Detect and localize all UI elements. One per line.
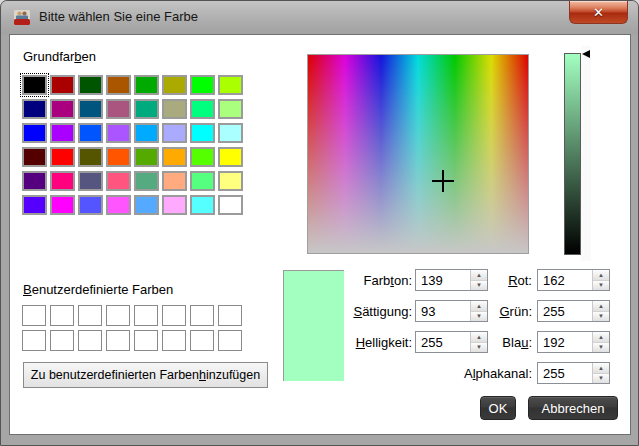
basic-color-swatch[interactable] xyxy=(134,171,159,191)
basic-color-swatch[interactable] xyxy=(190,99,215,119)
spin-down-icon[interactable]: ▼ xyxy=(593,343,609,353)
app-icon xyxy=(14,9,30,25)
ok-button[interactable]: OK xyxy=(480,396,516,420)
basic-color-swatch[interactable] xyxy=(106,195,131,215)
custom-color-swatch[interactable] xyxy=(134,330,158,351)
custom-color-swatch[interactable] xyxy=(106,330,130,351)
custom-color-swatch[interactable] xyxy=(218,330,242,351)
basic-color-swatch[interactable] xyxy=(162,75,187,95)
spin-down-icon[interactable]: ▼ xyxy=(593,374,609,384)
basic-color-swatch[interactable] xyxy=(22,99,47,119)
basic-colors-label: Grundfarben xyxy=(23,49,96,64)
basic-color-swatch[interactable] xyxy=(134,99,159,119)
basic-color-swatch[interactable] xyxy=(190,147,215,167)
basic-colors-grid xyxy=(22,75,250,219)
custom-color-swatch[interactable] xyxy=(190,330,214,351)
blue-spinbox: ▲▼ xyxy=(537,331,610,353)
basic-color-swatch[interactable] xyxy=(78,195,103,215)
basic-color-swatch[interactable] xyxy=(50,195,75,215)
basic-color-swatch[interactable] xyxy=(50,75,75,95)
spin-up-icon[interactable]: ▲ xyxy=(593,363,609,374)
basic-color-swatch[interactable] xyxy=(78,123,103,143)
spin-down-icon[interactable]: ▼ xyxy=(593,281,609,291)
luminance-arrow-icon[interactable] xyxy=(582,50,590,58)
custom-color-swatch[interactable] xyxy=(106,305,130,326)
basic-color-swatch[interactable] xyxy=(78,171,103,191)
basic-color-swatch[interactable] xyxy=(78,99,103,119)
basic-color-swatch[interactable] xyxy=(218,99,243,119)
basic-color-swatch[interactable] xyxy=(162,147,187,167)
basic-color-swatch[interactable] xyxy=(106,147,131,167)
spin-down-icon[interactable]: ▼ xyxy=(593,312,609,322)
basic-color-swatch[interactable] xyxy=(50,123,75,143)
basic-color-swatch[interactable] xyxy=(162,195,187,215)
basic-color-swatch[interactable] xyxy=(190,171,215,191)
titlebar[interactable]: Bitte wählen Sie eine Farbe ✕ xyxy=(1,1,638,34)
basic-color-swatch[interactable] xyxy=(218,75,243,95)
basic-color-swatch[interactable] xyxy=(22,75,47,95)
basic-color-swatch[interactable] xyxy=(218,195,243,215)
basic-color-swatch[interactable] xyxy=(106,99,131,119)
blue-spin-buttons: ▲▼ xyxy=(592,332,609,352)
basic-color-swatch[interactable] xyxy=(134,123,159,143)
basic-color-swatch[interactable] xyxy=(190,195,215,215)
green-spinbox: ▲▼ xyxy=(537,300,610,322)
alpha-spinbox: ▲▼ xyxy=(537,362,610,384)
basic-color-swatch[interactable] xyxy=(22,171,47,191)
green-spin-buttons: ▲▼ xyxy=(592,301,609,321)
crosshair-icon[interactable] xyxy=(432,170,454,192)
custom-color-swatch[interactable] xyxy=(190,305,214,326)
basic-color-swatch[interactable] xyxy=(134,147,159,167)
custom-color-swatch[interactable] xyxy=(162,330,186,351)
window-title: Bitte wählen Sie eine Farbe xyxy=(39,9,198,24)
custom-color-swatch[interactable] xyxy=(22,305,46,326)
custom-color-swatch[interactable] xyxy=(218,305,242,326)
alpha-spin-buttons: ▲▼ xyxy=(592,363,609,383)
basic-color-swatch[interactable] xyxy=(78,147,103,167)
blue-input[interactable] xyxy=(538,332,592,352)
luminance-arrow-track xyxy=(581,46,591,261)
red-input[interactable] xyxy=(538,270,592,290)
custom-colors-grid xyxy=(22,305,250,355)
hue-label: Farbton: xyxy=(331,273,412,288)
basic-color-swatch[interactable] xyxy=(190,123,215,143)
spin-up-icon[interactable]: ▲ xyxy=(593,270,609,281)
hue-saturation-picker[interactable] xyxy=(307,54,529,254)
basic-color-swatch[interactable] xyxy=(50,99,75,119)
spin-up-icon[interactable]: ▲ xyxy=(593,301,609,312)
basic-color-swatch[interactable] xyxy=(162,171,187,191)
basic-color-swatch[interactable] xyxy=(22,147,47,167)
custom-color-swatch[interactable] xyxy=(162,305,186,326)
custom-color-swatch[interactable] xyxy=(78,305,102,326)
custom-color-swatch[interactable] xyxy=(134,305,158,326)
basic-color-swatch[interactable] xyxy=(162,99,187,119)
custom-color-swatch[interactable] xyxy=(50,305,74,326)
custom-color-swatch[interactable] xyxy=(78,330,102,351)
basic-color-swatch[interactable] xyxy=(22,123,47,143)
cancel-button[interactable]: Abbrechen xyxy=(528,396,618,420)
basic-color-swatch[interactable] xyxy=(106,75,131,95)
saturation-label: Sättigung: xyxy=(331,304,412,319)
custom-color-swatch[interactable] xyxy=(50,330,74,351)
basic-color-swatch[interactable] xyxy=(218,147,243,167)
basic-color-swatch[interactable] xyxy=(22,195,47,215)
alpha-input[interactable] xyxy=(538,363,592,383)
basic-color-swatch[interactable] xyxy=(218,123,243,143)
close-button[interactable]: ✕ xyxy=(569,1,628,24)
basic-color-swatch[interactable] xyxy=(190,75,215,95)
green-input[interactable] xyxy=(538,301,592,321)
basic-color-swatch[interactable] xyxy=(134,75,159,95)
custom-color-swatch[interactable] xyxy=(22,330,46,351)
basic-color-swatch[interactable] xyxy=(134,195,159,215)
basic-color-swatch[interactable] xyxy=(162,123,187,143)
blue-label: Blau: xyxy=(431,335,532,350)
basic-color-swatch[interactable] xyxy=(106,123,131,143)
basic-color-swatch[interactable] xyxy=(50,171,75,191)
basic-color-swatch[interactable] xyxy=(50,147,75,167)
basic-color-swatch[interactable] xyxy=(78,75,103,95)
luminance-slider[interactable] xyxy=(564,53,581,255)
spin-up-icon[interactable]: ▲ xyxy=(593,332,609,343)
add-to-custom-colors-button[interactable]: Zu benutzerdefinierten Farben hinzufügen xyxy=(23,362,268,388)
basic-color-swatch[interactable] xyxy=(218,171,243,191)
basic-color-swatch[interactable] xyxy=(106,171,131,191)
